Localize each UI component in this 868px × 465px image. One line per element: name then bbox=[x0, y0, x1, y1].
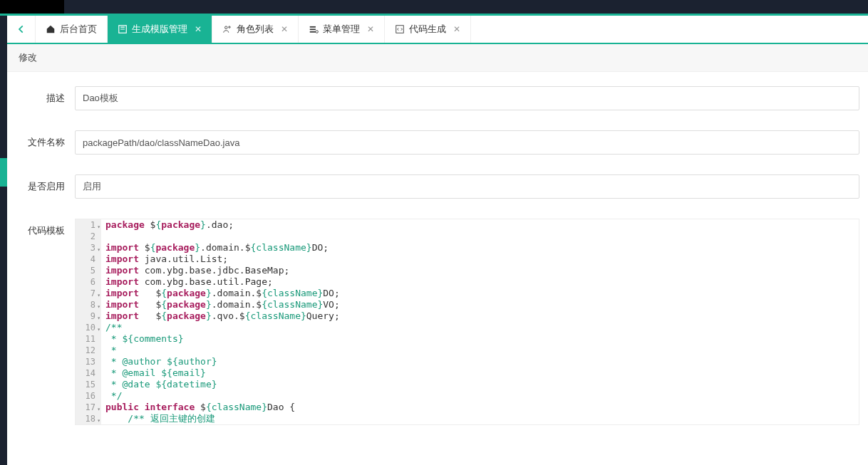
code-line[interactable]: 11 * ${comments} bbox=[76, 333, 859, 345]
label-enabled: 是否启用 bbox=[7, 174, 75, 193]
code-line[interactable]: 1▾package ${package}.dao; bbox=[76, 219, 859, 231]
svg-rect-5 bbox=[310, 31, 316, 33]
desc-input[interactable] bbox=[75, 86, 859, 110]
gutter: 6 bbox=[76, 276, 101, 288]
label-code: 代码模板 bbox=[7, 219, 75, 237]
home-icon bbox=[46, 24, 56, 34]
close-icon[interactable]: ✕ bbox=[281, 24, 288, 34]
tab-menu-manage[interactable]: 菜单管理 ✕ bbox=[299, 16, 385, 43]
code-line[interactable]: 10▾/** bbox=[76, 322, 859, 333]
code-text: * bbox=[101, 345, 859, 356]
gutter: 13 bbox=[76, 356, 101, 367]
gutter: 14 bbox=[76, 367, 101, 379]
tab-bar: 后台首页 生成模版管理 ✕ 角色列表 ✕ 菜单管理 ✕ 代码生成 ✕ bbox=[7, 16, 868, 44]
label-filename: 文件名称 bbox=[7, 130, 75, 149]
gutter: 16 bbox=[76, 390, 101, 402]
gutter: 15 bbox=[76, 379, 101, 390]
svg-point-2 bbox=[229, 26, 230, 28]
code-line[interactable]: 5import com.ybg.base.jdbc.BaseMap; bbox=[76, 265, 859, 276]
code-text: * @author ${author} bbox=[101, 356, 859, 367]
gutter: 4 bbox=[76, 254, 101, 265]
gutter: 18▾ bbox=[76, 413, 101, 424]
panel-title: 修改 bbox=[7, 44, 868, 72]
code-line[interactable]: 6import com.ybg.base.util.Page; bbox=[76, 276, 859, 288]
code-icon bbox=[395, 24, 405, 34]
chevron-left-icon bbox=[16, 24, 26, 34]
svg-point-6 bbox=[316, 31, 319, 33]
tab-label: 代码生成 bbox=[409, 23, 446, 36]
code-text: * ${comments} bbox=[101, 333, 859, 345]
enabled-select[interactable]: 启用 bbox=[75, 174, 859, 199]
filename-input[interactable] bbox=[75, 130, 859, 155]
code-text: /** bbox=[101, 322, 859, 333]
gutter: 12 bbox=[76, 345, 101, 356]
close-icon[interactable]: ✕ bbox=[367, 24, 374, 34]
gutter: 17▾ bbox=[76, 402, 101, 413]
edit-form: 描述 文件名称 是否启用 启用 代码模板 1▾package ${package… bbox=[7, 72, 868, 459]
enabled-value: 启用 bbox=[83, 180, 101, 193]
top-bar bbox=[0, 0, 868, 16]
code-line[interactable]: 17▾public interface ${className}Dao { bbox=[76, 402, 859, 413]
tab-role-list[interactable]: 角色列表 ✕ bbox=[212, 16, 299, 43]
code-line[interactable]: 7▾import ${package}.domain.${className}D… bbox=[76, 288, 859, 299]
svg-rect-4 bbox=[310, 28, 316, 30]
code-text: import com.ybg.base.jdbc.BaseMap; bbox=[101, 265, 859, 276]
code-text: * @date ${datetime} bbox=[101, 379, 859, 390]
gutter: 7▾ bbox=[76, 288, 101, 299]
code-text: /** 返回主键的创建 bbox=[101, 413, 859, 424]
fold-icon[interactable]: ▾ bbox=[97, 415, 100, 427]
code-text: import com.ybg.base.util.Page; bbox=[101, 276, 859, 288]
tab-back-button[interactable] bbox=[7, 16, 36, 43]
tab-label: 后台首页 bbox=[60, 23, 97, 36]
tab-home[interactable]: 后台首页 bbox=[36, 16, 108, 43]
gutter: 8▾ bbox=[76, 299, 101, 310]
code-text: import ${package}.qvo.${className}Query; bbox=[101, 310, 859, 322]
code-text: import ${package}.domain.${className}DO; bbox=[101, 288, 859, 299]
code-text: package ${package}.dao; bbox=[101, 219, 859, 231]
tab-code-gen[interactable]: 代码生成 ✕ bbox=[385, 16, 471, 43]
gutter: 5 bbox=[76, 265, 101, 276]
code-line[interactable]: 14 * @email ${email} bbox=[76, 367, 859, 379]
code-line[interactable]: 13 * @author ${author} bbox=[76, 356, 859, 367]
code-text: import ${package}.domain.${className}VO; bbox=[101, 299, 859, 310]
code-text bbox=[101, 231, 859, 242]
code-text: import java.util.List; bbox=[101, 254, 859, 265]
tab-template-manage[interactable]: 生成模版管理 ✕ bbox=[108, 16, 212, 43]
menu-icon bbox=[309, 24, 319, 34]
svg-rect-3 bbox=[310, 26, 316, 28]
svg-point-1 bbox=[225, 26, 228, 29]
gutter: 3▾ bbox=[76, 242, 101, 254]
gutter: 1▾ bbox=[76, 219, 101, 231]
close-icon[interactable]: ✕ bbox=[453, 24, 460, 34]
gutter: 9▾ bbox=[76, 310, 101, 322]
code-line[interactable]: 18▾ /** 返回主键的创建 bbox=[76, 413, 859, 424]
code-line[interactable]: 9▾import ${package}.qvo.${className}Quer… bbox=[76, 310, 859, 322]
close-icon[interactable]: ✕ bbox=[195, 24, 202, 34]
left-strip bbox=[0, 16, 7, 459]
code-line[interactable]: 15 * @date ${datetime} bbox=[76, 379, 859, 390]
users-icon bbox=[222, 24, 232, 34]
code-line[interactable]: 2 bbox=[76, 231, 859, 242]
tab-label: 生成模版管理 bbox=[132, 23, 187, 36]
code-line[interactable]: 4import java.util.List; bbox=[76, 254, 859, 265]
gutter: 10▾ bbox=[76, 322, 101, 333]
code-line[interactable]: 12 * bbox=[76, 345, 859, 356]
code-editor[interactable]: 1▾package ${package}.dao;23▾import ${pac… bbox=[75, 219, 859, 425]
code-line[interactable]: 16 */ bbox=[76, 390, 859, 402]
tab-label: 角色列表 bbox=[237, 23, 274, 36]
template-icon bbox=[118, 24, 128, 34]
code-text: import ${package}.domain.${className}DO; bbox=[101, 242, 859, 254]
left-strip-accent bbox=[0, 158, 7, 187]
code-line[interactable]: 3▾import ${package}.domain.${className}D… bbox=[76, 242, 859, 254]
label-desc: 描述 bbox=[7, 86, 75, 105]
logo-placeholder bbox=[0, 0, 64, 14]
code-line[interactable]: 8▾import ${package}.domain.${className}V… bbox=[76, 299, 859, 310]
gutter: 11 bbox=[76, 333, 101, 345]
code-text: */ bbox=[101, 390, 859, 402]
tab-label: 菜单管理 bbox=[323, 23, 360, 36]
code-text: * @email ${email} bbox=[101, 367, 859, 379]
gutter: 2 bbox=[76, 231, 101, 242]
code-text: public interface ${className}Dao { bbox=[101, 402, 859, 413]
